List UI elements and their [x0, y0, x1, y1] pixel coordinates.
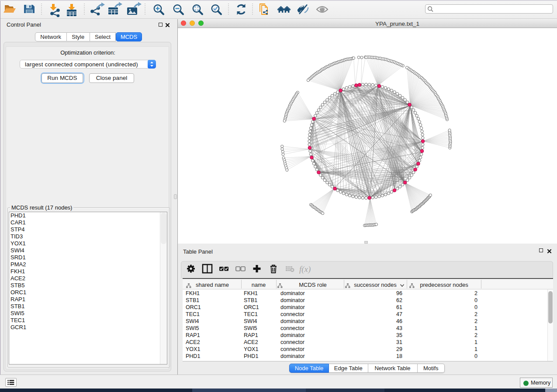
svg-text:f(x): f(x) — [299, 265, 311, 274]
